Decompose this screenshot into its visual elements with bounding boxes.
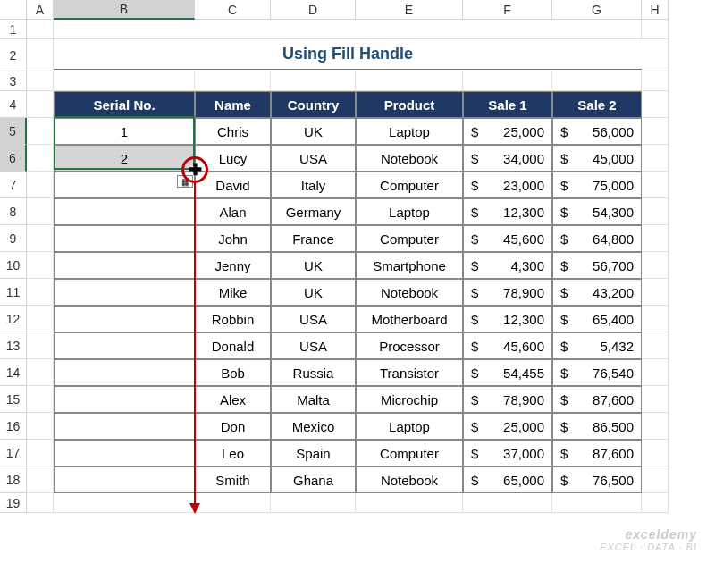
cell-sale1-18[interactable]: $65,000 xyxy=(463,466,552,493)
col-header-B[interactable]: B xyxy=(54,0,195,20)
cell-r19c5[interactable] xyxy=(356,493,463,513)
cell-country-12[interactable]: USA xyxy=(271,306,356,332)
cell-r19c6[interactable] xyxy=(463,493,552,513)
row-header-11[interactable]: 11 xyxy=(0,279,27,306)
col-header-F[interactable]: F xyxy=(463,0,552,20)
cell-country-9[interactable]: France xyxy=(271,225,356,252)
cell-sale1-12[interactable]: $12,300 xyxy=(463,306,552,332)
cell-sale2-17[interactable]: $87,600 xyxy=(552,440,642,466)
cell-serial-8[interactable] xyxy=(54,198,195,225)
th-product[interactable]: Product xyxy=(356,91,463,118)
cell-sale2-13[interactable]: $5,432 xyxy=(552,332,642,359)
row-header-1[interactable]: 1 xyxy=(0,20,27,39)
cell-country-17[interactable]: Spain xyxy=(271,440,356,466)
cell-A8[interactable] xyxy=(27,198,54,225)
cell-r3c1[interactable] xyxy=(27,71,54,91)
cell-sale2-15[interactable]: $87,600 xyxy=(552,386,642,413)
col-header-A[interactable]: A xyxy=(27,0,54,20)
cell-name-6[interactable]: Lucy xyxy=(195,145,271,172)
cell-A15[interactable] xyxy=(27,386,54,413)
cell-product-15[interactable]: Microchip xyxy=(356,386,463,413)
cell-product-10[interactable]: Smartphone xyxy=(356,252,463,279)
cell-country-14[interactable]: Russia xyxy=(271,359,356,386)
cell-country-15[interactable]: Malta xyxy=(271,386,356,413)
row-header-15[interactable]: 15 xyxy=(0,386,27,413)
th-name[interactable]: Name xyxy=(195,91,271,118)
cell-r19c4[interactable] xyxy=(271,493,356,513)
cell-B1[interactable] xyxy=(54,20,642,39)
row-header-16[interactable]: 16 xyxy=(0,413,27,440)
cell-sale2-18[interactable]: $76,500 xyxy=(552,466,642,493)
cell-r19c3[interactable] xyxy=(195,493,271,513)
cell-A17[interactable] xyxy=(27,440,54,466)
row-header-13[interactable]: 13 xyxy=(0,332,27,359)
cell-H18[interactable] xyxy=(642,466,669,493)
cell-product-18[interactable]: Notebook xyxy=(356,466,463,493)
row-header-3[interactable]: 3 xyxy=(0,71,27,91)
cell-H8[interactable] xyxy=(642,198,669,225)
cell-product-9[interactable]: Computer xyxy=(356,225,463,252)
cell-serial-11[interactable] xyxy=(54,279,195,306)
cell-H7[interactable] xyxy=(642,172,669,198)
cell-product-6[interactable]: Notebook xyxy=(356,145,463,172)
cell-sale1-6[interactable]: $34,000 xyxy=(463,145,552,172)
cell-H15[interactable] xyxy=(642,386,669,413)
cell-name-13[interactable]: Donald xyxy=(195,332,271,359)
cell-r19c2[interactable] xyxy=(54,493,195,513)
row-header-10[interactable]: 10 xyxy=(0,252,27,279)
cell-name-18[interactable]: Smith xyxy=(195,466,271,493)
row-header-2[interactable]: 2 xyxy=(0,39,27,71)
cell-H11[interactable] xyxy=(642,279,669,306)
cell-A13[interactable] xyxy=(27,332,54,359)
cell-name-9[interactable]: John xyxy=(195,225,271,252)
th-sale2[interactable]: Sale 2 xyxy=(552,91,642,118)
cell-sale1-11[interactable]: $78,900 xyxy=(463,279,552,306)
cell-name-11[interactable]: Mike xyxy=(195,279,271,306)
th-country[interactable]: Country xyxy=(271,91,356,118)
cell-sale1-7[interactable]: $23,000 xyxy=(463,172,552,198)
row-header-8[interactable]: 8 xyxy=(0,198,27,225)
row-header-17[interactable]: 17 xyxy=(0,440,27,466)
select-all-corner[interactable] xyxy=(0,0,27,20)
cell-name-12[interactable]: Robbin xyxy=(195,306,271,332)
cell-r3c2[interactable] xyxy=(54,71,195,91)
cell-sale1-13[interactable]: $45,600 xyxy=(463,332,552,359)
cell-country-7[interactable]: Italy xyxy=(271,172,356,198)
cell-r3c3[interactable] xyxy=(195,71,271,91)
cell-sale2-8[interactable]: $54,300 xyxy=(552,198,642,225)
cell-country-10[interactable]: UK xyxy=(271,252,356,279)
cell-name-5[interactable]: Chris xyxy=(195,118,271,145)
cell-product-17[interactable]: Computer xyxy=(356,440,463,466)
cell-sale1-5[interactable]: $25,000 xyxy=(463,118,552,145)
row-header-6[interactable]: 6 xyxy=(0,145,27,172)
cell-H16[interactable] xyxy=(642,413,669,440)
cell-A9[interactable] xyxy=(27,225,54,252)
cell-serial-15[interactable] xyxy=(54,386,195,413)
cell-A10[interactable] xyxy=(27,252,54,279)
cell-product-11[interactable]: Notebook xyxy=(356,279,463,306)
cell-sale2-9[interactable]: $64,800 xyxy=(552,225,642,252)
cell-sale1-15[interactable]: $78,900 xyxy=(463,386,552,413)
cell-serial-17[interactable] xyxy=(54,440,195,466)
fill-handle[interactable] xyxy=(191,166,198,173)
cell-product-16[interactable]: Laptop xyxy=(356,413,463,440)
cell-sale1-16[interactable]: $25,000 xyxy=(463,413,552,440)
cell-A5[interactable] xyxy=(27,118,54,145)
cell-H2[interactable] xyxy=(642,39,669,71)
cell-r19c7[interactable] xyxy=(552,493,642,513)
cell-H1[interactable] xyxy=(642,20,669,39)
cell-product-13[interactable]: Processor xyxy=(356,332,463,359)
row-header-19[interactable]: 19 xyxy=(0,493,27,513)
col-header-E[interactable]: E xyxy=(356,0,463,20)
cell-product-5[interactable]: Laptop xyxy=(356,118,463,145)
cell-country-11[interactable]: UK xyxy=(271,279,356,306)
cell-sale1-9[interactable]: $45,600 xyxy=(463,225,552,252)
cell-A7[interactable] xyxy=(27,172,54,198)
cell-name-15[interactable]: Alex xyxy=(195,386,271,413)
cell-H10[interactable] xyxy=(642,252,669,279)
cell-product-8[interactable]: Laptop xyxy=(356,198,463,225)
row-header-9[interactable]: 9 xyxy=(0,225,27,252)
cell-H13[interactable] xyxy=(642,332,669,359)
col-header-D[interactable]: D xyxy=(271,0,356,20)
cell-serial-13[interactable] xyxy=(54,332,195,359)
